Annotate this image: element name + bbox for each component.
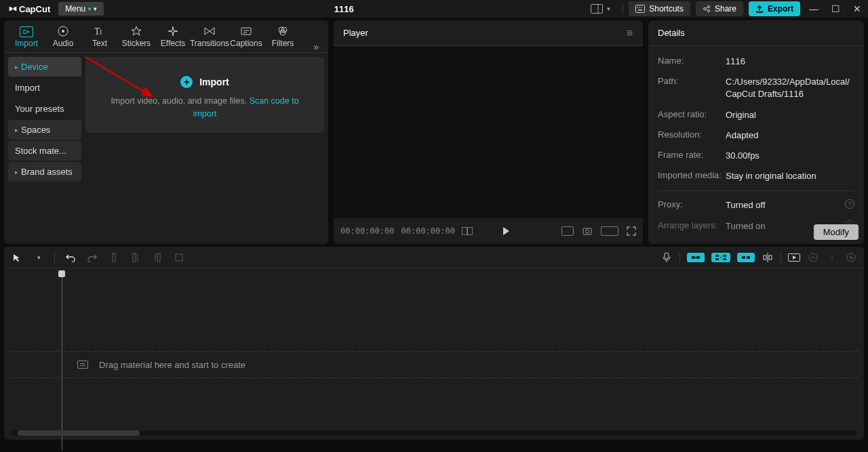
text-icon: TI bbox=[94, 25, 106, 37]
export-button[interactable]: Export bbox=[749, 1, 800, 16]
captions-icon bbox=[240, 25, 252, 37]
zoom-in-button[interactable] bbox=[845, 251, 857, 264]
magnet-all-button[interactable] bbox=[711, 253, 730, 262]
canvas-button[interactable] bbox=[601, 226, 618, 236]
tab-stickers[interactable]: Stickers bbox=[118, 21, 155, 52]
tab-label: Filters bbox=[272, 39, 294, 48]
share-button[interactable]: Share bbox=[696, 1, 743, 16]
tab-label: Transitions bbox=[190, 39, 229, 48]
svg-point-3 bbox=[637, 7, 638, 8]
tab-filters[interactable]: Filters bbox=[264, 21, 301, 52]
media-tab-strip: Import Audio TI Text Stickers Effects Tr… bbox=[4, 20, 328, 53]
sidenav-label: Brand assets bbox=[21, 167, 73, 177]
detail-label-name: Name: bbox=[658, 56, 726, 68]
svg-rect-2 bbox=[636, 5, 645, 13]
svg-rect-39 bbox=[723, 255, 726, 257]
caret-icon: ▸ bbox=[15, 64, 18, 70]
tab-label: Text bbox=[92, 39, 107, 48]
undo-button[interactable] bbox=[64, 251, 77, 264]
sidenav-presets[interactable]: Your presets bbox=[8, 99, 81, 119]
layout-icon bbox=[591, 4, 603, 14]
import-description: Import video, audio, and image files. Sc… bbox=[99, 95, 311, 121]
media-sidenav: ▸Device Import Your presets ▸Spaces Stoc… bbox=[4, 53, 85, 244]
transitions-icon bbox=[203, 25, 216, 37]
details-panel: Details Name:1116 Path:C:/Users/92332/Ap… bbox=[648, 20, 864, 244]
trim-right-button[interactable] bbox=[151, 251, 163, 264]
tab-import[interactable]: Import bbox=[8, 22, 45, 52]
magnet-main-button[interactable] bbox=[687, 253, 705, 262]
svg-rect-27 bbox=[113, 253, 115, 262]
import-dropzone[interactable]: + Import Import video, audio, and image … bbox=[85, 57, 324, 133]
snap-button[interactable] bbox=[762, 251, 774, 264]
sidenav-stock[interactable]: Stock mate... bbox=[8, 141, 81, 161]
ratio-button[interactable] bbox=[561, 226, 574, 236]
maximize-button[interactable]: ☐ bbox=[827, 3, 844, 14]
import-desc-text: Import video, audio, and image files. bbox=[111, 96, 249, 106]
svg-rect-50 bbox=[831, 254, 833, 261]
expand-tabs-button[interactable]: » bbox=[308, 41, 324, 52]
tab-transitions[interactable]: Transitions bbox=[191, 21, 228, 52]
player-panel: Player ≡ 00:00:00:00 00:00:00:00 bbox=[334, 20, 643, 244]
compare-icon[interactable] bbox=[462, 227, 473, 235]
svg-line-11 bbox=[705, 9, 707, 11]
sidenav-spaces[interactable]: ▸Spaces bbox=[8, 120, 81, 140]
close-button[interactable]: ✕ bbox=[849, 3, 865, 14]
detail-label-resolution: Resolution: bbox=[658, 129, 726, 142]
tab-effects[interactable]: Effects bbox=[155, 21, 191, 52]
play-button[interactable] bbox=[501, 226, 511, 236]
tab-label: Import bbox=[15, 39, 38, 48]
audio-icon bbox=[57, 25, 69, 37]
minimize-button[interactable]: — bbox=[806, 3, 822, 14]
snapshot-button[interactable] bbox=[582, 226, 593, 237]
sidenav-import[interactable]: Import bbox=[8, 78, 81, 98]
player-viewport[interactable] bbox=[334, 46, 643, 218]
sidenav-device[interactable]: ▸Device bbox=[8, 57, 81, 77]
preview-button[interactable] bbox=[788, 251, 800, 264]
tab-text[interactable]: TI Text bbox=[81, 21, 118, 52]
svg-rect-25 bbox=[583, 228, 591, 234]
zoom-out-button[interactable] bbox=[807, 251, 819, 264]
detail-value-imported: Stay in original location bbox=[726, 170, 854, 182]
detail-value-resolution: Adapted bbox=[726, 129, 854, 142]
playhead-handle[interactable] bbox=[58, 270, 65, 277]
details-title: Details bbox=[658, 28, 685, 38]
record-button[interactable] bbox=[660, 251, 673, 264]
trim-left-button[interactable] bbox=[130, 251, 142, 264]
media-panel: Import Audio TI Text Stickers Effects Tr… bbox=[4, 20, 328, 244]
separator bbox=[781, 252, 781, 263]
timeline-toolbar: ▾ bbox=[4, 247, 864, 268]
separator bbox=[54, 252, 55, 263]
scrollbar-thumb[interactable] bbox=[18, 430, 140, 436]
detail-value-aspect: Original bbox=[726, 109, 854, 121]
svg-rect-0 bbox=[591, 5, 603, 14]
delete-button[interactable] bbox=[173, 251, 185, 264]
svg-rect-33 bbox=[665, 253, 669, 259]
help-icon[interactable]: ? bbox=[845, 199, 854, 209]
detail-label-proxy: Proxy: bbox=[658, 199, 726, 211]
redo-button[interactable] bbox=[86, 251, 98, 264]
modify-button[interactable]: Modify bbox=[814, 224, 859, 240]
svg-point-8 bbox=[703, 7, 705, 9]
shortcuts-button[interactable]: Shortcuts bbox=[629, 1, 690, 16]
sidenav-brand[interactable]: ▸Brand assets bbox=[8, 162, 81, 182]
sidenav-label: Stock mate... bbox=[15, 146, 66, 156]
timeline-scrollbar[interactable] bbox=[11, 430, 857, 437]
split-button[interactable] bbox=[108, 251, 120, 264]
selection-dropdown[interactable]: ▾ bbox=[33, 251, 45, 264]
zoom-slider[interactable] bbox=[826, 251, 838, 264]
svg-text:I: I bbox=[100, 28, 102, 36]
tab-audio[interactable]: Audio bbox=[45, 21, 81, 52]
layout-button[interactable]: ▾ bbox=[584, 1, 617, 16]
player-menu-button[interactable]: ≡ bbox=[627, 27, 633, 39]
fullscreen-button[interactable] bbox=[627, 226, 636, 236]
tab-captions[interactable]: Captions bbox=[228, 21, 264, 52]
selection-tool[interactable] bbox=[11, 251, 23, 264]
detail-label-framerate: Frame rate: bbox=[658, 150, 726, 162]
time-total: 00:00:00:00 bbox=[401, 226, 454, 236]
timeline-tracks[interactable]: Drag material here and start to create bbox=[4, 268, 864, 430]
empty-track[interactable]: Drag material here and start to create bbox=[9, 351, 859, 378]
menu-button[interactable]: Menu ▾ bbox=[58, 2, 104, 16]
detail-label-imported: Imported media: bbox=[658, 170, 726, 182]
link-button[interactable] bbox=[737, 253, 755, 262]
svg-rect-32 bbox=[176, 254, 182, 261]
